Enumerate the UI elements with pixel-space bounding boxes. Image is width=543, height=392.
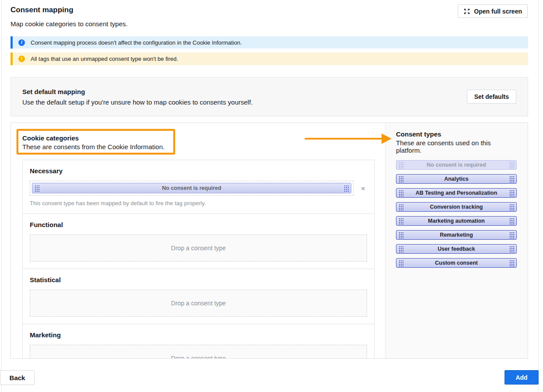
category-title: Statistical — [30, 276, 367, 284]
drag-handle-icon[interactable] — [399, 232, 403, 238]
consent-type-label: Remarketing — [440, 232, 473, 238]
consent-type-label: Marketing automation — [428, 218, 485, 224]
open-full-screen-label: Open full screen — [474, 8, 522, 15]
consent-types-header: Consent types These are consents used on… — [396, 130, 517, 154]
consent-type-label: Custom consent — [435, 260, 478, 266]
consent-type-pill-no-consent: No consent is required — [396, 160, 517, 170]
mapped-consent-pill[interactable]: No consent is required — [32, 183, 351, 193]
right-edge-divider — [538, 0, 539, 392]
category-title: Marketing — [30, 331, 367, 339]
mapped-default-note: This consent type has been mapped by def… — [30, 200, 367, 206]
warning-banner-text: All tags that use an unmapped consent ty… — [31, 56, 178, 62]
category-section-functional: Functional Drop a consent type — [23, 214, 374, 269]
consent-type-label: AB Testing and Personalization — [416, 190, 497, 196]
consent-type-label: User feedback — [438, 246, 475, 252]
consent-type-pill-ab-testing[interactable]: AB Testing and Personalization — [396, 188, 517, 198]
drag-handle-icon[interactable] — [399, 176, 403, 182]
set-default-mapping-panel: Set default mapping Use the default setu… — [11, 77, 528, 116]
drag-handle-icon[interactable] — [344, 185, 349, 192]
info-banner-text: Consent mapping process doesn't affect t… — [31, 39, 242, 46]
consent-type-pill-remarketing[interactable]: Remarketing — [396, 230, 517, 240]
drop-zone-statistical[interactable]: Drop a consent type — [30, 290, 367, 317]
drag-handle-icon — [399, 162, 403, 168]
drag-handle-icon[interactable] — [509, 190, 514, 196]
mapped-consent-row: No consent is required × — [30, 181, 367, 196]
category-section-necessary: Necessary No consent is required × This … — [23, 160, 374, 214]
mapped-consent-label: No consent is required — [162, 185, 221, 191]
consent-type-pill-user-feedback[interactable]: User feedback — [396, 244, 517, 254]
drop-zone-functional[interactable]: Drop a consent type — [30, 234, 367, 262]
consent-type-label: No consent is required — [427, 162, 486, 168]
set-default-mapping-text: Set default mapping Use the default setu… — [22, 88, 253, 106]
consent-type-pill-custom-consent[interactable]: Custom consent — [396, 258, 517, 268]
cookie-categories-column: Cookie categories These are consents fro… — [11, 123, 385, 358]
category-section-statistical: Statistical Drop a consent type — [23, 269, 374, 324]
category-section-marketing: Marketing Drop a consent type — [23, 324, 374, 359]
drag-handle-icon[interactable] — [399, 246, 403, 252]
orange-arrow-head-icon — [382, 133, 392, 144]
set-default-mapping-description: Use the default setup if you're unsure h… — [22, 98, 253, 106]
drag-handle-icon[interactable] — [509, 260, 514, 266]
left-edge-divider — [1, 0, 2, 392]
consent-type-pill-analytics[interactable]: Analytics — [396, 174, 517, 184]
warning-icon: ! — [18, 56, 25, 62]
mapped-drop-zone[interactable]: No consent is required — [30, 181, 354, 196]
drag-handle-icon[interactable] — [509, 204, 514, 210]
consent-type-label: Conversion tracking — [430, 204, 483, 210]
cookie-categories-subtitle: These are consents from the Cookie Infor… — [22, 143, 165, 150]
drag-handle-icon — [509, 162, 514, 168]
cookie-categories-title: Cookie categories — [22, 134, 165, 142]
consent-type-pill-marketing-automation[interactable]: Marketing automation — [396, 216, 517, 226]
back-button[interactable]: Back — [0, 370, 35, 385]
add-button[interactable]: Add — [504, 370, 539, 385]
open-full-screen-button[interactable]: Open full screen — [458, 4, 528, 18]
page-title: Consent mapping — [11, 6, 74, 14]
set-defaults-button[interactable]: Set defaults — [467, 90, 516, 104]
consent-types-list: No consent is required Analytics AB Test… — [396, 160, 517, 268]
set-default-mapping-title: Set default mapping — [22, 88, 253, 95]
drag-handle-icon[interactable] — [509, 176, 514, 182]
drop-zone-marketing[interactable]: Drop a consent type — [30, 345, 367, 359]
expand-icon — [463, 8, 470, 15]
consent-type-pill-conversion-tracking[interactable]: Conversion tracking — [396, 202, 517, 212]
consent-types-title: Consent types — [396, 130, 517, 138]
category-title: Necessary — [30, 167, 367, 175]
category-title: Functional — [30, 221, 367, 228]
cookie-categories-card: Necessary No consent is required × This … — [22, 160, 375, 359]
consent-mapping-panel: Cookie categories These are consents fro… — [11, 122, 528, 359]
consent-types-column: Consent types These are consents used on… — [385, 123, 528, 358]
orange-arrow-annotation — [305, 138, 382, 140]
info-icon: i — [18, 39, 25, 46]
warning-banner: ! All tags that use an unmapped consent … — [11, 52, 528, 65]
drag-handle-icon[interactable] — [399, 260, 403, 266]
cookie-categories-header: Cookie categories These are consents fro… — [22, 134, 165, 150]
drag-handle-icon[interactable] — [509, 232, 514, 238]
drag-handle-icon[interactable] — [399, 218, 403, 224]
consent-types-subtitle: These are consents used on this platform… — [396, 139, 517, 154]
drag-handle-icon[interactable] — [399, 190, 403, 196]
remove-mapping-close-icon[interactable]: × — [359, 185, 367, 192]
drag-handle-icon[interactable] — [509, 246, 514, 252]
page-subtitle: Map cookie categories to consent types. — [11, 20, 128, 28]
drag-handle-icon[interactable] — [399, 204, 403, 210]
consent-type-label: Analytics — [444, 176, 469, 182]
info-banner: i Consent mapping process doesn't affect… — [11, 36, 528, 49]
drag-handle-icon[interactable] — [35, 185, 39, 192]
drag-handle-icon[interactable] — [509, 218, 514, 224]
